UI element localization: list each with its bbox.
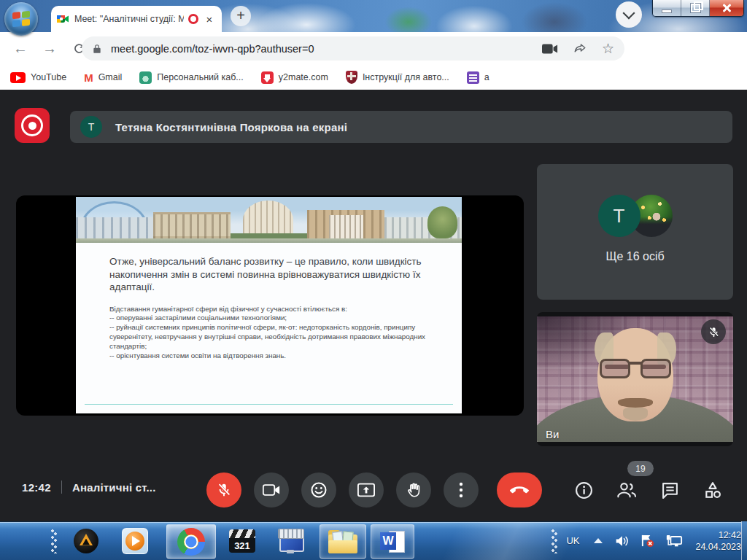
tab-close-icon[interactable]: × xyxy=(203,12,216,26)
forward-icon[interactable]: → xyxy=(41,40,58,57)
meeting-clock: 12:42 xyxy=(22,481,51,494)
meeting-name: Аналітичні ст... xyxy=(72,481,156,494)
camera-in-use-icon[interactable] xyxy=(542,43,558,55)
activities-button[interactable] xyxy=(703,477,723,503)
chevron-down-icon xyxy=(623,7,635,20)
divider xyxy=(61,481,62,494)
share-icon[interactable] xyxy=(573,42,587,55)
more-vertical-icon xyxy=(459,481,463,499)
shield-icon xyxy=(346,71,357,84)
network-icon[interactable] xyxy=(665,534,683,548)
slide-photo-building-2 xyxy=(153,197,231,243)
presentation-slide: Отже, універсальний баланс розвитку – це… xyxy=(76,197,462,413)
hand-icon xyxy=(406,482,422,498)
action-center-flag-icon[interactable] xyxy=(640,534,655,548)
recording-indicator-button[interactable] xyxy=(15,108,50,143)
tab-scroll-button[interactable] xyxy=(616,1,642,28)
participant-avatars: T xyxy=(537,195,733,237)
slide-bullet-3: -- орієнтування системи освіти на відтво… xyxy=(109,351,428,361)
browser-tab-strip: Meet: "Аналітичні студії: Ме × + xyxy=(0,0,747,32)
back-icon[interactable]: ← xyxy=(12,40,29,57)
list-icon xyxy=(467,71,479,84)
meeting-details-button[interactable] xyxy=(573,477,594,503)
address-bar[interactable]: meet.google.com/toz-iwvn-qpb?authuser=0 … xyxy=(82,36,624,61)
slide-photo-building-3 xyxy=(231,197,308,243)
end-call-button[interactable] xyxy=(497,472,542,508)
bookmark-instructions[interactable]: Інструкції для авто... xyxy=(346,71,449,84)
mic-off-icon xyxy=(216,482,232,498)
meeting-info-left: 12:42 Аналітичні ст... xyxy=(22,481,156,494)
self-muted-indicator xyxy=(701,319,726,344)
window-minimize-button[interactable] xyxy=(653,0,681,16)
meet-favicon xyxy=(57,13,69,25)
browser-tab-active[interactable]: Meet: "Аналітичні студії: Ме × xyxy=(51,6,222,32)
slide-paragraph: Отже, універсальний баланс розвитку – це… xyxy=(109,255,433,294)
meet-page: T Тетяна Костянтинівна Пояркова на екран… xyxy=(0,90,747,521)
camera-icon xyxy=(263,483,280,497)
bookmark-youtube[interactable]: YouTube xyxy=(10,72,66,83)
lock-icon xyxy=(92,43,102,55)
word-icon: W xyxy=(380,529,405,554)
start-button[interactable] xyxy=(4,2,38,36)
browser-toolbar: ← → meet.google.com/toz-iwvn-qpb?authuse… xyxy=(0,32,747,65)
more-options-button[interactable] xyxy=(444,472,479,508)
language-indicator[interactable]: UK xyxy=(566,535,579,546)
download-icon xyxy=(261,71,274,84)
self-glasses xyxy=(597,359,673,379)
slide-list-intro: Відставання гуманітарної сфери від фізич… xyxy=(109,305,428,314)
reactions-button[interactable] xyxy=(301,472,336,508)
meeting-panels xyxy=(573,477,723,503)
url-text[interactable]: meet.google.com/toz-iwvn-qpb?authuser=0 xyxy=(111,43,527,55)
restore-icon xyxy=(691,4,700,12)
camera-toggle-button[interactable] xyxy=(254,472,289,508)
slide-list: Відставання гуманітарної сфери від фізич… xyxy=(109,305,428,361)
window-restore-button[interactable] xyxy=(681,0,710,16)
raise-hand-button[interactable] xyxy=(396,472,431,508)
screen: Meet: "Аналітичні студії: Ме × + ← → mee… xyxy=(0,0,747,560)
taskbar-aimp-button[interactable] xyxy=(70,524,102,557)
taskbar-keyboard-button[interactable] xyxy=(274,524,306,557)
taskbar-clock[interactable]: 12:42 24.04.2023 xyxy=(695,529,741,553)
show-desktop-button[interactable] xyxy=(741,521,747,560)
taskbar-mpc-button[interactable]: 321 xyxy=(226,524,258,557)
taskbar-word-button[interactable]: W xyxy=(371,524,414,559)
self-label: Ви xyxy=(546,428,559,440)
emblem-icon xyxy=(139,71,152,84)
new-tab-button[interactable]: + xyxy=(231,6,251,26)
present-button[interactable] xyxy=(349,472,384,508)
chat-button[interactable] xyxy=(659,477,680,503)
slide-photo-building-4 xyxy=(307,197,384,243)
slide-divider-line xyxy=(85,404,453,405)
clock-date: 24.04.2023 xyxy=(695,541,741,553)
participants-overflow-tile[interactable]: T Ще 16 осіб xyxy=(537,164,733,300)
presenter-avatar: T xyxy=(80,116,102,138)
participant-avatar-initial: T xyxy=(598,195,640,237)
bookmark-gmail[interactable]: M Gmail xyxy=(84,71,122,84)
bookmark-personal-cabinet[interactable]: Персональний каб... xyxy=(139,71,244,84)
taskbar-explorer-button[interactable] xyxy=(320,524,366,559)
more-people-label: Ще 16 осіб xyxy=(537,250,733,263)
tab-recording-indicator-icon xyxy=(188,14,198,24)
folder-icon xyxy=(328,530,357,553)
presentation-tile[interactable]: Отже, універсальний баланс розвитку – це… xyxy=(16,195,524,416)
bookmark-y2mate[interactable]: y2mate.com xyxy=(261,71,328,84)
mic-toggle-button[interactable] xyxy=(206,472,241,508)
show-hidden-icons-icon[interactable] xyxy=(594,538,603,543)
presenting-banner: T Тетяна Костянтинівна Пояркова на екран… xyxy=(70,111,732,143)
presenting-banner-text: Тетяна Костянтинівна Пояркова на екрані xyxy=(115,121,347,133)
show-participants-button[interactable] xyxy=(616,477,637,503)
bookmark-a[interactable]: a xyxy=(467,71,489,84)
self-view-tile[interactable]: Ви xyxy=(537,312,733,446)
taskbar-wmp-button[interactable] xyxy=(119,524,151,557)
volume-icon[interactable] xyxy=(615,534,630,548)
slide-photo-collage xyxy=(76,197,462,243)
window-controls xyxy=(652,0,744,17)
window-close-button[interactable] xyxy=(710,0,743,16)
activities-icon xyxy=(703,481,722,499)
taskbar-chrome-button[interactable] xyxy=(166,524,216,559)
media-player-classic-icon: 321 xyxy=(229,529,255,553)
chat-icon xyxy=(661,481,679,499)
bookmark-star-icon[interactable]: ☆ xyxy=(602,40,614,57)
tray-grip xyxy=(551,529,557,553)
record-icon xyxy=(21,114,43,136)
